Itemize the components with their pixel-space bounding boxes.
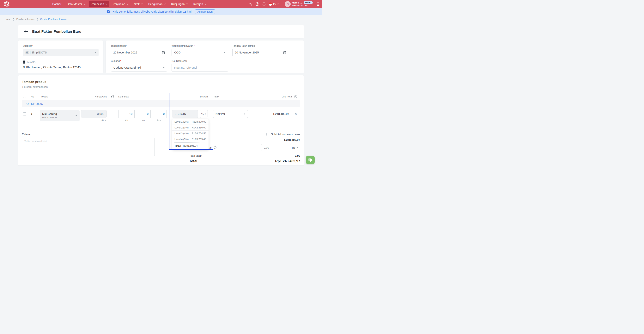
- breadcrumb-home[interactable]: Home: [5, 18, 11, 21]
- tanggal-faktur-input[interactable]: 20 November 2025: [111, 49, 167, 56]
- main-menu: Dasbor Data Master Pembelian Penjualan S…: [50, 1, 208, 7]
- user-menu[interactable]: D demo_... Demo Felis (Akun Dem...: [285, 1, 313, 7]
- chevron-down-icon: [186, 3, 188, 5]
- invoice-fields-card: Tanggal faktur 20 November 2025 Waktu pe…: [106, 41, 304, 73]
- total-value: Rp1.248.403,97: [275, 159, 300, 163]
- remove-row-icon[interactable]: ✕: [294, 112, 297, 116]
- qty-krt-input[interactable]: [118, 110, 134, 118]
- col-no: No: [31, 95, 40, 98]
- products-table-header: No Produk Harga/Unit Kuantitas Diskon Pa…: [22, 93, 300, 100]
- refresh-price-icon[interactable]: [111, 95, 114, 98]
- line-total-value: 1.248.403,97: [273, 112, 289, 116]
- nav-item-intelijen[interactable]: Intelijen: [191, 1, 208, 7]
- diskon-pemesanan-input[interactable]: [261, 144, 288, 151]
- subtotal-termasuk-pajak-checkbox[interactable]: [266, 133, 269, 136]
- product-select[interactable]: Mie Goreng PD-231100007: [40, 110, 80, 121]
- language-selector[interactable]: ID: [269, 3, 279, 6]
- discount-input[interactable]: [172, 110, 198, 118]
- no-referensi-field: No. Referensi: [172, 60, 228, 72]
- info-icon[interactable]: [214, 146, 216, 149]
- help-icon[interactable]: ?: [256, 2, 259, 6]
- waktu-pembayaran-select[interactable]: COD: [172, 49, 228, 56]
- indonesia-flag-icon: [269, 3, 272, 6]
- tanggal-jatuh-tempo-field: Tanggal jatuh tempo 20 November 2025: [232, 44, 289, 56]
- catatan-textarea[interactable]: [22, 138, 155, 156]
- row-checkbox[interactable]: [23, 112, 26, 116]
- chevron-down-icon: [127, 3, 128, 5]
- products-card: Tambah produk 1 produk ditambahkan No Pr…: [18, 75, 304, 165]
- user-meta: demo_... Demo Felis (Akun Dem...: [292, 1, 313, 7]
- diskon-currency-select[interactable]: Rp: [290, 144, 300, 151]
- qty-pcs-input[interactable]: [150, 110, 167, 118]
- product-code: PD-231100007: [42, 116, 60, 119]
- breadcrumb-purchase-invoice[interactable]: Purchase Invoice: [16, 18, 35, 21]
- sparkles-icon[interactable]: [248, 2, 252, 6]
- chevron-down-icon: [105, 3, 107, 5]
- qty-unit-pcs: Pcs: [151, 119, 167, 122]
- chevron-down-icon: [141, 3, 143, 5]
- nav-item-stok[interactable]: Stok: [132, 1, 145, 7]
- subtotal-checkbox-label: Subtotal termasuk pajak: [271, 133, 300, 136]
- currency-value: Rp: [292, 146, 295, 149]
- tanggal-faktur-label: Tanggal faktur: [111, 44, 167, 47]
- nav-item-label: Stok: [134, 3, 140, 6]
- tanggal-jatuh-tempo-value: 20 November 2025: [235, 51, 259, 54]
- po-number-link[interactable]: PO-251100007: [24, 102, 43, 105]
- discount-mode-value: %: [201, 113, 204, 116]
- apps-grid-icon[interactable]: [316, 3, 319, 6]
- nav-item-dasbor[interactable]: Dasbor: [50, 1, 64, 7]
- back-button[interactable]: [24, 30, 28, 33]
- discount-level-row: Level 3 (4%):Rp54.754,56: [172, 131, 208, 136]
- top-navbar: Dasbor Data Master Pembelian Penjualan S…: [0, 0, 322, 8]
- chevron-down-icon: [244, 114, 245, 115]
- discount-level-row: Level 1 (2%):Rp28.800,00: [172, 119, 208, 125]
- discount-breakdown-popup: Level 1 (2%):Rp28.800,00 Level 2 (3%):Rp…: [172, 119, 208, 150]
- po-group-row[interactable]: PO-251100007: [22, 100, 300, 107]
- nav-item-pembelian[interactable]: Pembelian: [89, 1, 110, 7]
- nav-item-label: Dasbor: [52, 3, 62, 6]
- page-title: Buat Faktur Pembelian Baru: [32, 30, 81, 34]
- map-pin-icon: [23, 60, 25, 64]
- divider: [282, 2, 282, 7]
- catatan-section: Catatan: [22, 133, 155, 163]
- waktu-pembayaran-value: COD: [174, 51, 180, 54]
- user-name: demo_...: [292, 1, 303, 4]
- discount-mode-select[interactable]: %: [200, 110, 208, 118]
- qty-lsn-input[interactable]: [134, 110, 151, 118]
- supplier-select[interactable]: SD | SimpliDOTS: [23, 49, 98, 56]
- calendar-icon: [283, 51, 286, 54]
- user-subtitle: Felis (Akun Dem...: [292, 4, 313, 7]
- trial-banner-text: Halo demo_felis, masa uji coba Anda akan…: [112, 10, 192, 13]
- info-icon[interactable]: [294, 95, 297, 98]
- select-all-checkbox[interactable]: [23, 95, 26, 98]
- chevron-down-icon: [94, 52, 96, 53]
- chevron-down-icon: [205, 114, 206, 115]
- nav-item-data-master[interactable]: Data Master: [65, 1, 88, 7]
- tax-select[interactable]: NoPPN: [213, 110, 248, 118]
- supplier-label: Supplier*: [23, 44, 98, 47]
- total-pajak-label: Total pajak: [189, 154, 202, 157]
- nav-item-kunjungan[interactable]: Kunjungan: [169, 1, 190, 7]
- chevron-down-icon: [204, 3, 206, 5]
- chevron-down-icon: [164, 3, 166, 5]
- activate-account-button[interactable]: Aktifkan akun: [195, 10, 215, 14]
- navbar-right: ? ID D demo_... Demo Felis (Akun Dem...: [248, 1, 319, 7]
- col-harga: Harga/Unit: [81, 95, 107, 98]
- no-referensi-input[interactable]: [172, 64, 228, 72]
- discount-level-row: Level 4 (5%):Rp65.705,48: [172, 136, 208, 142]
- alamat-label: ALAMAT: [27, 61, 37, 63]
- demo-badge: Demo: [304, 1, 313, 4]
- brand-logo-icon[interactable]: [4, 1, 10, 7]
- notifications-bell-icon[interactable]: [262, 2, 266, 6]
- chat-button[interactable]: [306, 156, 315, 164]
- tanggal-jatuh-tempo-input[interactable]: 20 November 2025: [232, 49, 289, 56]
- nav-item-penjualan[interactable]: Penjualan: [110, 1, 131, 7]
- info-icon: i: [107, 10, 110, 13]
- price-unit: /Pcs: [81, 119, 107, 122]
- supplier-card: Supplier* SD | SimpliDOTS ALAMAT Jl. Kh.…: [18, 41, 103, 73]
- gudang-select[interactable]: Gudang Utama Simpli: [111, 64, 167, 72]
- language-code: ID: [273, 3, 276, 6]
- nav-item-pengiriman[interactable]: Pengiriman: [146, 1, 168, 7]
- chevron-down-icon: [297, 147, 298, 148]
- chevron-right-icon: ❯: [36, 18, 38, 21]
